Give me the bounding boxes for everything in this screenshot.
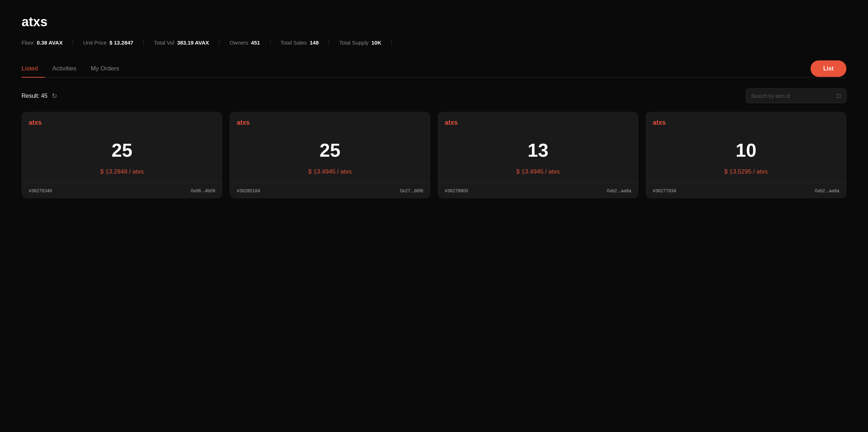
- tab-activities[interactable]: Activities: [45, 60, 83, 77]
- card-number-3: 10: [653, 132, 839, 168]
- stat-owners-label: Owners: [230, 40, 248, 46]
- card-footer-1: #36280184 0x27...86f8: [230, 183, 430, 198]
- nft-card-1[interactable]: atxs 25 $ 13.4945 / atxs #36280184 0x27.…: [230, 112, 430, 198]
- card-body-3: atxs 10 $ 13.5295 / atxs: [646, 112, 846, 183]
- stat-total-vol: Total Vol 383.19 AVAX: [144, 40, 220, 46]
- stat-owners: Owners 451: [220, 40, 271, 46]
- card-id-3: #36277834: [653, 188, 676, 193]
- card-price-3: $ 13.5295 / atxs: [653, 168, 839, 183]
- card-collection-1: atxs: [237, 119, 423, 127]
- stat-unit-price: Unit Price $ 13.2847: [73, 40, 144, 46]
- card-price-1: $ 13.4945 / atxs: [237, 168, 423, 183]
- results-bar: Result: 45 ↻ ⊡: [22, 88, 846, 103]
- results-left: Result: 45 ↻: [22, 92, 57, 100]
- stat-total-supply: Total Supply 10K: [329, 40, 392, 46]
- stat-floor-label: Floor: [22, 40, 34, 46]
- card-price-2: $ 13.4945 / atxs: [445, 168, 631, 183]
- nft-card-0[interactable]: atxs 25 $ 13.2848 / atxs #36276346 0x06.…: [22, 112, 222, 198]
- refresh-icon[interactable]: ↻: [52, 92, 57, 100]
- card-number-0: 25: [29, 132, 215, 168]
- card-number-1: 25: [237, 132, 423, 168]
- card-id-0: #36276346: [29, 188, 52, 193]
- stats-bar: Floor 0.38 AVAX Unit Price $ 13.2847 Tot…: [22, 40, 846, 46]
- card-footer-0: #36276346 0x06...4b09: [22, 183, 222, 198]
- search-input[interactable]: [751, 93, 833, 99]
- card-address-1: 0x27...86f8: [400, 188, 423, 193]
- card-address-3: 0xb2...aa9a: [815, 188, 839, 193]
- card-address-0: 0x06...4b09: [191, 188, 215, 193]
- card-body-0: atxs 25 $ 13.2848 / atxs: [22, 112, 222, 183]
- card-footer-2: #36278800 0xb2...aa9a: [438, 183, 638, 198]
- stat-total-supply-label: Total Supply: [339, 40, 369, 46]
- stat-floor-value: 0.38 AVAX: [37, 40, 63, 46]
- card-collection-2: atxs: [445, 119, 631, 127]
- stat-total-vol-label: Total Vol: [154, 40, 174, 46]
- card-id-1: #36280184: [237, 188, 260, 193]
- stat-owners-value: 451: [251, 40, 260, 46]
- tab-my-orders[interactable]: My Orders: [83, 60, 126, 77]
- nft-card-2[interactable]: atxs 13 $ 13.4945 / atxs #36278800 0xb2.…: [438, 112, 638, 198]
- tabs: Listed Activities My Orders: [22, 60, 126, 77]
- stat-total-vol-value: 383.19 AVAX: [177, 40, 209, 46]
- search-icon: ⊡: [836, 92, 841, 99]
- card-number-2: 13: [445, 132, 631, 168]
- card-collection-0: atxs: [29, 119, 215, 127]
- card-body-1: atxs 25 $ 13.4945 / atxs: [230, 112, 430, 183]
- stat-unit-price-label: Unit Price: [83, 40, 106, 46]
- tab-listed[interactable]: Listed: [22, 60, 45, 77]
- card-collection-3: atxs: [653, 119, 839, 127]
- search-box[interactable]: ⊡: [746, 88, 846, 103]
- result-count: Result: 45: [22, 93, 47, 99]
- stat-total-supply-value: 10K: [371, 40, 382, 46]
- stat-total-sales: Total Sales 148: [271, 40, 329, 46]
- stat-total-sales-value: 148: [310, 40, 319, 46]
- page-title: atxs: [22, 14, 846, 29]
- stat-unit-price-value: $ 13.2847: [109, 40, 133, 46]
- card-body-2: atxs 13 $ 13.4945 / atxs: [438, 112, 638, 183]
- stat-total-sales-label: Total Sales: [281, 40, 307, 46]
- cards-grid: atxs 25 $ 13.2848 / atxs #36276346 0x06.…: [22, 112, 846, 198]
- card-address-2: 0xb2...aa9a: [607, 188, 631, 193]
- tabs-bar: Listed Activities My Orders List: [22, 60, 846, 78]
- stat-floor: Floor 0.38 AVAX: [22, 40, 73, 46]
- card-footer-3: #36277834 0xb2...aa9a: [646, 183, 846, 198]
- card-id-2: #36278800: [445, 188, 468, 193]
- list-button[interactable]: List: [811, 60, 846, 77]
- card-price-0: $ 13.2848 / atxs: [29, 168, 215, 183]
- nft-card-3[interactable]: atxs 10 $ 13.5295 / atxs #36277834 0xb2.…: [646, 112, 846, 198]
